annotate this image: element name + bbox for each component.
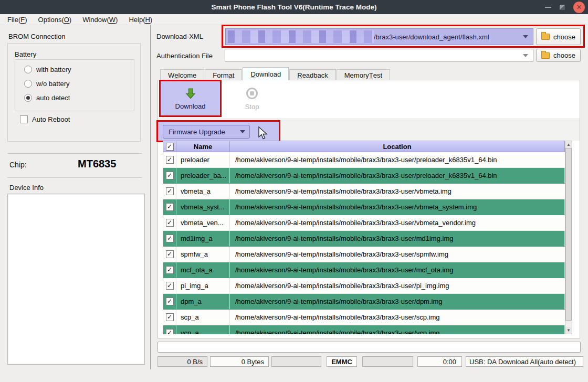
row-checkbox[interactable]: ✓	[166, 156, 174, 164]
minimize-icon[interactable]	[545, 7, 551, 8]
column-header-name[interactable]: Name	[176, 141, 230, 152]
row-checkbox[interactable]: ✓	[166, 203, 174, 211]
menu-item-window[interactable]: Window(W)	[82, 16, 118, 24]
chevron-down-icon[interactable]	[240, 130, 245, 133]
row-checkbox[interactable]: ✓	[166, 219, 174, 227]
bytes-field: 0 Bytes	[210, 356, 269, 367]
auth-file-choose-button[interactable]: choose	[536, 49, 581, 62]
chevron-down-icon[interactable]	[523, 54, 528, 57]
row-location: /home/akiverson/9-ai-temp/installs/mobil…	[230, 184, 565, 199]
row-location: /home/akiverson/9-ai-temp/installs/mobil…	[230, 310, 565, 325]
table-scrollbar[interactable]: ▲ ▼	[565, 141, 572, 334]
checkbox-icon[interactable]	[20, 115, 28, 123]
radio-label: w/o battery	[36, 80, 70, 88]
tab-memorytest[interactable]: MemoryTest	[337, 69, 390, 80]
radio-w-o-battery[interactable]: w/o battery	[24, 80, 70, 88]
radio-with-battery[interactable]: with battery	[24, 66, 71, 73]
table-body: ✓preloader/home/akiverson/9-ai-temp/inst…	[163, 152, 565, 334]
tab-bar: WelcomeFormatDownloadReadbackMemoryTest	[160, 67, 391, 80]
row-name: vcp_a	[176, 325, 230, 334]
row-checkbox[interactable]: ✓	[166, 282, 174, 290]
title-bar[interactable]: Smart Phone Flash Tool V6(Runtime Trace …	[0, 0, 588, 14]
mouse-cursor	[257, 126, 269, 141]
row-checkbox[interactable]: ✓	[166, 298, 174, 305]
elapsed-time-field: 0:00	[417, 356, 462, 367]
table-row-preloader[interactable]: ✓preloader/home/akiverson/9-ai-temp/inst…	[163, 152, 565, 168]
scroll-down-icon[interactable]: ▼	[565, 327, 572, 334]
window-controls: ✕	[545, 0, 585, 14]
row-checkbox[interactable]: ✓	[166, 187, 174, 195]
table-row-vbmeta_a[interactable]: ✓vbmeta_a/home/akiverson/9-ai-temp/insta…	[163, 184, 565, 199]
tab-readback[interactable]: Readback	[289, 69, 336, 80]
radio-icon[interactable]	[24, 66, 32, 73]
usb-mode-field: USB: DA Download All(auto detect)	[466, 356, 583, 367]
row-checkbox[interactable]: ✓	[166, 235, 174, 242]
row-name: md1img_a	[176, 231, 230, 246]
auth-file-label: Authentication File	[156, 52, 213, 60]
auth-file-combobox[interactable]	[225, 49, 533, 62]
status-bar: 0 B/s0 BytesEMMC0:00USB: DA Download All…	[0, 356, 588, 367]
column-header-location[interactable]: Location	[230, 141, 565, 152]
scroll-up-icon[interactable]: ▲	[565, 141, 572, 148]
table-row-spmfw_a[interactable]: ✓spmfw_a/home/akiverson/9-ai-temp/instal…	[163, 247, 565, 262]
maximize-icon[interactable]	[560, 5, 565, 10]
close-icon[interactable]: ✕	[573, 2, 585, 13]
table-row-vcp_a[interactable]: ✓vcp_a/home/akiverson/9-ai-temp/installs…	[163, 325, 565, 334]
table-row-md1img_a[interactable]: ✓md1img_a/home/akiverson/9-ai-temp/insta…	[163, 231, 565, 247]
choose-button-label: choose	[553, 51, 575, 59]
speed-field: 0 B/s	[158, 356, 207, 367]
separator	[7, 153, 142, 154]
firmware-upgrade-value: Firmware Upgrade	[169, 128, 225, 136]
table-row-vbmeta_syst[interactable]: ✓vbmeta_syst.../home/akiverson/9-ai-temp…	[163, 199, 565, 215]
tab-format[interactable]: Format	[205, 69, 242, 80]
row-name: preloader_ba...	[176, 168, 230, 183]
table-row-vbmeta_ven[interactable]: ✓vbmeta_ven.../home/akiverson/9-ai-temp/…	[163, 215, 565, 231]
download-xml-value: /brax3-user/download_agent/flash.xml	[374, 33, 489, 41]
panel-divider[interactable]	[150, 25, 151, 369]
scrollbar-thumb[interactable]	[565, 148, 572, 321]
table-row-dpm_a[interactable]: ✓dpm_a/home/akiverson/9-ai-temp/installs…	[163, 294, 565, 310]
chevron-down-icon[interactable]	[523, 35, 528, 38]
radio-icon[interactable]	[24, 94, 32, 102]
row-name: spmfw_a	[176, 247, 230, 262]
table-row-mcf_ota_a[interactable]: ✓mcf_ota_a/home/akiverson/9-ai-temp/inst…	[163, 262, 565, 278]
radio-label: with battery	[36, 66, 71, 73]
row-location: /home/akiverson/9-ai-temp/installs/mobil…	[230, 152, 565, 167]
row-location: /home/akiverson/9-ai-temp/installs/mobil…	[230, 325, 565, 334]
stop-button-label: Stop	[245, 103, 259, 111]
row-name: vbmeta_a	[176, 184, 230, 199]
menu-item-file[interactable]: File(F)	[7, 16, 27, 24]
row-checkbox[interactable]: ✓	[166, 313, 174, 321]
download-xml-combobox[interactable]: /brax3-user/download_agent/flash.xml	[225, 28, 533, 45]
radio-auto-detect[interactable]: auto detect	[24, 94, 70, 102]
table-header[interactable]: ✓ Name Location	[163, 141, 565, 152]
battery-label: Battery	[15, 50, 36, 58]
separator	[7, 177, 142, 178]
row-location: /home/akiverson/9-ai-temp/installs/mobil…	[230, 278, 565, 293]
select-all-checkbox[interactable]: ✓	[166, 143, 174, 151]
download-xml-choose-button[interactable]: choose	[536, 28, 581, 45]
radio-label: auto detect	[36, 94, 70, 102]
tab-download[interactable]: Download	[243, 67, 289, 80]
firmware-upgrade-dropdown[interactable]: Firmware Upgrade	[163, 125, 250, 139]
row-checkbox[interactable]: ✓	[166, 266, 174, 274]
table-row-pi_img_a[interactable]: ✓pi_img_a/home/akiverson/9-ai-temp/insta…	[163, 278, 565, 294]
table-row-scp_a[interactable]: ✓scp_a/home/akiverson/9-ai-temp/installs…	[163, 310, 565, 325]
tab-welcome[interactable]: Welcome	[160, 69, 204, 80]
stop-button[interactable]: Stop	[232, 84, 272, 114]
auto-reboot-checkbox[interactable]: Auto Reboot	[20, 115, 70, 123]
row-checkbox[interactable]: ✓	[166, 172, 174, 179]
row-location: /home/akiverson/9-ai-temp/installs/mobil…	[230, 199, 565, 215]
menu-item-help[interactable]: Help(H)	[129, 16, 152, 24]
download-button[interactable]: Download	[159, 80, 222, 117]
progress-bar	[158, 342, 581, 353]
menu-item-options[interactable]: Options(O)	[38, 16, 72, 24]
row-location: /home/akiverson/9-ai-temp/installs/mobil…	[230, 168, 565, 183]
chip-label: Chip:	[9, 161, 27, 169]
table-row-preloader_ba[interactable]: ✓preloader_ba.../home/akiverson/9-ai-tem…	[163, 168, 565, 184]
row-checkbox[interactable]: ✓	[166, 329, 174, 334]
row-checkbox[interactable]: ✓	[166, 250, 174, 258]
row-name: scp_a	[176, 310, 230, 325]
radio-icon[interactable]	[24, 80, 32, 88]
row-location: /home/akiverson/9-ai-temp/installs/mobil…	[230, 262, 565, 278]
